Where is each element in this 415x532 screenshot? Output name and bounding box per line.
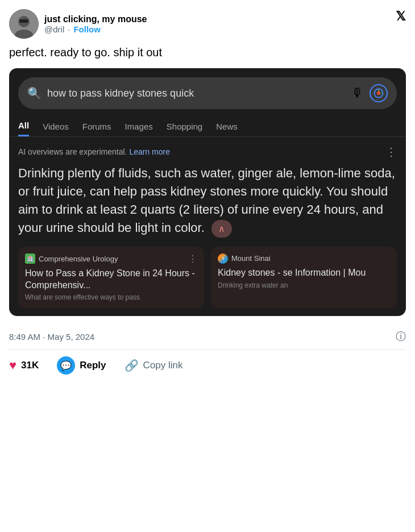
source-desc-1: Drinking extra water an: [218, 281, 390, 289]
likes-count: 31K: [21, 360, 39, 371]
learn-more-link[interactable]: Learn more: [129, 147, 170, 156]
source-options-icon-0[interactable]: ⋮: [188, 253, 197, 264]
tab-news[interactable]: News: [216, 117, 238, 136]
search-bar: 🔍 how to pass kidney stones quick 🎙: [18, 77, 397, 109]
svg-point-4: [20, 20, 23, 23]
search-tab-bar: All Videos Forums Images Shopping News: [9, 116, 406, 137]
reply-icon-wrap: 💬: [57, 356, 75, 375]
username-follow-row: @dril · Follow: [44, 24, 147, 34]
ai-main-text: Drinking plenty of fluids, such as water…: [18, 164, 397, 238]
source-name-row-1: ⚕ Mount Sinai: [218, 253, 271, 264]
google-lens-icon[interactable]: [370, 84, 388, 102]
source-cards: 🏥 Comprehensive Urology ⋮ How to Pass a …: [18, 247, 397, 309]
display-name: just clicking, my mouse: [44, 14, 147, 24]
tab-all[interactable]: All: [18, 116, 29, 136]
tab-shopping[interactable]: Shopping: [167, 117, 202, 136]
timestamp-text: 8:49 AM · May 5, 2024: [9, 332, 94, 342]
tab-images[interactable]: Images: [125, 117, 153, 136]
avatar-image: [9, 9, 39, 39]
actions-bar: ♥ 31K 💬 Reply 🔗 Copy link: [9, 350, 406, 381]
tweet-text: perfect. ready to go. ship it out: [9, 44, 406, 60]
source-card-header-1: ⚕ Mount Sinai: [218, 253, 390, 264]
reply-label: Reply: [80, 360, 106, 371]
timestamp-dot: ·: [43, 332, 45, 342]
mount-sinai-favicon: ⚕: [218, 253, 228, 264]
dot-separator: ·: [68, 24, 70, 34]
source-card-1[interactable]: ⚕ Mount Sinai Kidney stones - se Informa…: [211, 247, 397, 309]
x-logo[interactable]: 𝕏: [396, 9, 406, 24]
like-action[interactable]: ♥ 31K: [9, 358, 39, 373]
copy-link-label: Copy link: [143, 360, 183, 371]
user-info: just clicking, my mouse @dril · Follow: [9, 9, 147, 39]
svg-point-5: [25, 20, 28, 23]
tweet-timestamp: 8:49 AM · May 5, 2024 ⓘ: [9, 324, 406, 349]
search-icon: 🔍: [27, 86, 42, 100]
ai-note-text: AI overviews are experimental. Learn mor…: [18, 147, 170, 156]
comprehensive-urology-favicon: 🏥: [25, 253, 35, 264]
tweet-container: just clicking, my mouse @dril · Follow 𝕏…: [0, 0, 415, 381]
google-screenshot: 🔍 how to pass kidney stones quick 🎙 All …: [9, 68, 406, 316]
tab-forums[interactable]: Forums: [82, 117, 111, 136]
ai-text-content: Drinking plenty of fluids, such as water…: [18, 166, 395, 235]
ai-options-icon[interactable]: ⋮: [385, 145, 397, 159]
reply-action[interactable]: 💬 Reply: [57, 356, 106, 375]
microphone-icon[interactable]: 🎙: [351, 86, 364, 101]
search-query: how to pass kidney stones quick: [47, 88, 346, 99]
source-name-1: Mount Sinai: [231, 254, 271, 263]
ai-note-bar: AI overviews are experimental. Learn mor…: [18, 145, 397, 159]
info-icon[interactable]: ⓘ: [396, 330, 406, 343]
ai-overviews-label: AI overviews are experimental.: [18, 147, 127, 156]
follow-button[interactable]: Follow: [73, 24, 101, 34]
username: @dril: [44, 24, 64, 34]
collapse-arrow-icon: ∧: [218, 222, 225, 235]
reply-bubble-icon: 💬: [60, 360, 72, 371]
source-desc-0: What are some effective ways to pass: [25, 293, 197, 301]
copy-link-icon: 🔗: [125, 359, 139, 372]
collapse-button[interactable]: ∧: [211, 220, 232, 238]
source-card-header-0: 🏥 Comprehensive Urology ⋮: [25, 253, 197, 264]
source-name-0: Comprehensive Urology: [39, 255, 118, 263]
timestamp-time: 8:49 AM: [9, 332, 40, 342]
ai-overview-section: AI overviews are experimental. Learn mor…: [9, 137, 406, 316]
avatar[interactable]: [9, 9, 39, 39]
heart-icon: ♥: [9, 358, 16, 373]
tab-videos[interactable]: Videos: [43, 117, 69, 136]
source-title-1: Kidney stones - se Information | Mou: [218, 267, 390, 279]
source-card-0[interactable]: 🏥 Comprehensive Urology ⋮ How to Pass a …: [18, 247, 204, 309]
source-title-0: How to Pass a Kidney Stone in 24 Hours -…: [25, 268, 197, 292]
timestamp-date: May 5, 2024: [48, 332, 95, 342]
tweet-header: just clicking, my mouse @dril · Follow 𝕏: [9, 9, 406, 39]
source-name-row-0: 🏥 Comprehensive Urology: [25, 253, 118, 264]
copy-link-action[interactable]: 🔗 Copy link: [125, 359, 183, 372]
user-name-area: just clicking, my mouse @dril · Follow: [44, 14, 147, 34]
